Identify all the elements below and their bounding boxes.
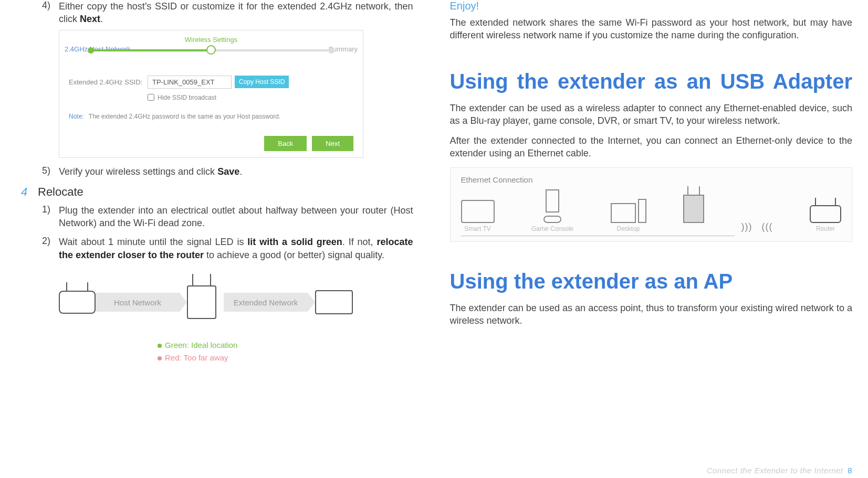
green-dot-icon — [158, 344, 162, 348]
router-icon — [59, 291, 96, 314]
gamepad-icon — [543, 216, 561, 223]
note-text: The extended 2.4GHz password is the same… — [89, 113, 281, 120]
ethernet-diagram: Ethernet Connection Smart TV Game Consol… — [450, 167, 853, 242]
ap-heading: Using the extender as an AP — [450, 268, 853, 294]
relocate-1-text: Plug the extender into an electrical out… — [59, 204, 413, 230]
section-relocate-title: Relocate — [38, 185, 83, 199]
back-button[interactable]: Back — [264, 136, 307, 151]
step-4-number: 4) — [42, 0, 59, 26]
desktop-label: Desktop — [617, 225, 640, 232]
step5-c: . — [239, 166, 242, 177]
r2-c: . If not, — [342, 237, 377, 247]
footer-text: Connect the Extender to the Internet — [707, 466, 843, 475]
ssid-label: Extended 2.4GHz SSID: — [69, 78, 148, 86]
relocate-diagram: Host Network Extended Network — [59, 271, 353, 334]
step-5-number: 5) — [42, 165, 59, 178]
timeline-dot-host — [88, 47, 94, 54]
extender-label — [693, 225, 694, 232]
router-icon-2 — [810, 205, 841, 223]
relocate-2-text: Wait about 1 minute until the signal LED… — [59, 236, 413, 261]
wifi-icon: ))) ((( — [741, 221, 772, 232]
hide-ssid-checkbox[interactable] — [148, 94, 154, 101]
next-button[interactable]: Next — [312, 136, 353, 151]
timeline-dot-wireless — [206, 45, 216, 55]
relocate-2-number: 2) — [42, 236, 59, 261]
enjoy-paragraph: The extended network shares the same Wi-… — [450, 16, 853, 42]
extender-icon-2 — [683, 195, 704, 223]
ap-paragraph: The extender can be used as an access po… — [450, 302, 853, 327]
r2-e: to achieve a good (or better) signal qua… — [204, 250, 384, 260]
extender-icon — [187, 285, 216, 319]
enjoy-heading: Enjoy! — [450, 0, 853, 12]
usb-p2: After the extender connected to the Inte… — [450, 134, 853, 160]
host-network-arrow: Host Network — [96, 293, 180, 312]
note-label: Note: — [69, 113, 84, 120]
extended-network-label: Extended Network — [234, 298, 298, 307]
monitor-icon — [611, 203, 636, 223]
timeline-dot-summary — [328, 47, 334, 54]
smart-tv-icon — [461, 200, 495, 223]
host-network-label: Host Network — [114, 298, 161, 307]
footer-page-number: 8 — [848, 466, 852, 475]
pc-tower-icon — [638, 199, 646, 223]
step4-part-c: . — [100, 14, 103, 24]
legend-red: Red: Too far away — [165, 353, 228, 362]
section-4-number: 4 — [21, 185, 38, 199]
step-5-text: Verify your wireless settings and click … — [59, 165, 242, 178]
wireless-settings-panel: Wireless Settings 2.4GHz Host Network Su… — [59, 30, 363, 158]
ssid-input[interactable] — [148, 76, 232, 89]
r2-b: lit with a solid green — [247, 237, 342, 247]
extended-network-arrow: Extended Network — [224, 293, 308, 312]
console-label: Game Console — [531, 225, 573, 232]
relocate-1-number: 1) — [42, 204, 59, 230]
ethernet-wire — [461, 236, 735, 236]
diagram-legend: Green: Ideal location Red: Too far away — [158, 339, 413, 364]
step5-a: Verify your wireless settings and click — [59, 166, 217, 177]
router-label: Router — [816, 225, 835, 232]
usb-adapter-heading: Using the extender as an USB Adapter — [450, 68, 853, 94]
smart-tv-label: Smart TV — [464, 225, 490, 232]
console-icon — [546, 189, 559, 213]
usb-p1: The extender can be used as a wireless a… — [450, 102, 853, 128]
red-dot-icon — [158, 356, 162, 360]
hide-ssid-label: Hide SSID broadcast — [158, 94, 216, 101]
laptop-icon — [315, 290, 353, 314]
copy-host-ssid-button[interactable]: Copy Host SSID — [235, 76, 289, 88]
timeline-label-wireless: Wireless Settings — [185, 36, 237, 44]
step-4-text: Either copy the host's SSID or customize… — [59, 0, 413, 26]
page-footer: Connect the Extender to the Internet 8 — [707, 466, 852, 475]
step5-bold-save: Save — [217, 166, 239, 177]
ethernet-diagram-title: Ethernet Connection — [461, 175, 842, 184]
step4-part-a: Either copy the host's SSID or customize… — [59, 1, 413, 24]
step4-bold-next: Next — [80, 14, 100, 24]
legend-green: Green: Ideal location — [165, 341, 237, 349]
r2-a: Wait about 1 minute until the signal LED… — [59, 237, 247, 247]
